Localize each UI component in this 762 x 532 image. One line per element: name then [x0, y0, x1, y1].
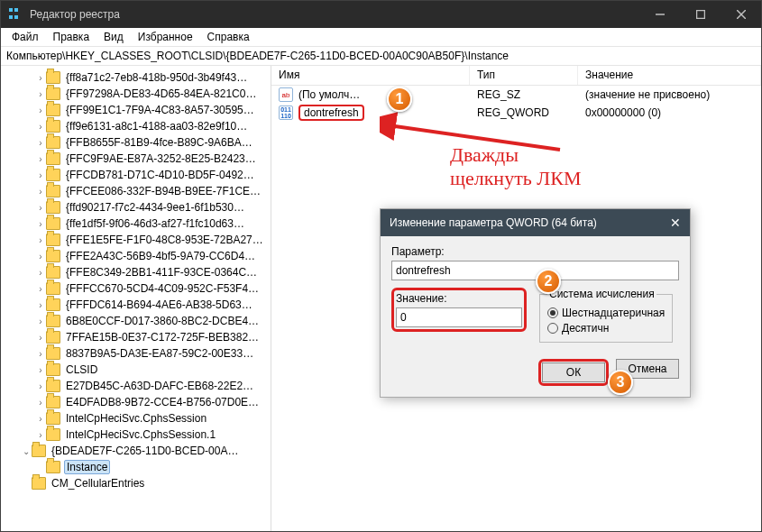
tree-item[interactable]: ›{FFE1E5FE-F1F0-48C8-953E-72BA27… [1, 232, 271, 248]
binary-icon: 011110 [279, 105, 293, 120]
tree-item[interactable]: ›IntelCpHeciSvc.CphsSession [1, 410, 271, 427]
folder-icon [46, 250, 60, 262]
expand-icon[interactable]: › [35, 333, 46, 343]
tree-item[interactable]: ›{FFFCC670-5CD4-4C09-952C-F53F4… [1, 280, 271, 297]
expand-icon[interactable]: › [35, 73, 46, 83]
expand-icon[interactable]: › [35, 187, 46, 197]
close-button[interactable] [721, 1, 761, 28]
tree-item[interactable]: ›{FFCEE086-332F-B94B-B9EE-7F1CE… [1, 183, 271, 199]
expand-icon[interactable]: › [35, 105, 46, 115]
expand-icon[interactable]: ⌄ [21, 446, 32, 456]
radio-hex[interactable]: Шестнадцатеричная [547, 307, 665, 319]
address-bar[interactable]: Компьютер\HKEY_CLASSES_ROOT\CLSID\{BDEAD… [1, 46, 761, 66]
expand-icon[interactable]: › [35, 316, 46, 326]
expand-icon[interactable]: › [35, 89, 46, 99]
radio-dec[interactable]: Десятичн [547, 322, 665, 335]
expand-icon[interactable]: › [35, 349, 46, 359]
string-icon: ab [279, 87, 293, 102]
expand-icon[interactable]: › [35, 170, 46, 180]
tree-item-label: 8837B9A5-DA3E-EA87-59C2-00E33… [64, 347, 255, 360]
tree-item[interactable]: ›{FFB8655F-81B9-4fce-B89C-9A6BA… [1, 134, 271, 151]
param-label: Параметр: [391, 245, 679, 258]
folder-icon [46, 412, 60, 425]
tree-item-label: Instance [64, 460, 110, 474]
tree-item-label: {ffd90217-f7c2-4434-9ee1-6f1b530… [64, 201, 246, 214]
expand-icon[interactable]: › [35, 235, 46, 245]
expand-icon[interactable]: › [35, 430, 46, 440]
value-data: (значение не присвоено) [578, 88, 761, 101]
folder-icon [46, 380, 60, 392]
folder-icon [46, 428, 60, 441]
minimize-button[interactable] [639, 1, 680, 28]
expand-icon[interactable]: › [35, 219, 46, 229]
expand-icon[interactable]: › [35, 154, 46, 164]
menu-help[interactable]: Справка [200, 31, 257, 43]
menu-file[interactable]: Файл [5, 31, 46, 43]
svg-rect-1 [696, 11, 704, 19]
tree-item[interactable]: ›{FFC9F9AE-E87A-3252-8E25-B2423… [1, 151, 271, 167]
ok-button[interactable]: ОК [542, 362, 605, 382]
col-type[interactable]: Тип [470, 66, 578, 85]
dialog-close-icon[interactable]: ✕ [670, 216, 681, 230]
value-type: REG_SZ [470, 88, 578, 101]
arrow-icon [380, 109, 569, 163]
expand-icon[interactable]: › [35, 252, 46, 261]
list-header: Имя Тип Значение [271, 66, 761, 86]
expand-icon[interactable]: › [35, 398, 46, 408]
tree-item[interactable]: ›{FF97298A-DE83-4D65-84EA-821C0… [1, 86, 271, 102]
tree-item[interactable]: ›{ffe1df5f-9f06-46d3-af27-f1fc10d63… [1, 216, 271, 232]
expand-icon[interactable]: › [35, 122, 46, 132]
folder-icon [46, 217, 60, 230]
tree-item[interactable]: Instance [1, 459, 271, 475]
folder-icon [46, 152, 60, 165]
expand-icon[interactable]: › [35, 414, 46, 424]
folder-icon [46, 87, 60, 100]
menu-edit[interactable]: Правка [46, 31, 97, 43]
radio-icon [547, 323, 558, 334]
tree-item[interactable]: ›7FFAE15B-0E37-C172-725F-BEB382… [1, 329, 271, 345]
tree-item[interactable]: ›{FF99E1C1-7F9A-4C83-8A57-30595… [1, 102, 271, 118]
tree-item-label: {FFE2A43C-56B9-4bf5-9A79-CC6D4… [64, 250, 257, 262]
tree-item[interactable]: ›{ffd90217-f7c2-4434-9ee1-6f1b530… [1, 199, 271, 216]
tree-item[interactable]: ›E4DFADB8-9B72-CCE4-B756-07D0E… [1, 394, 271, 410]
folder-icon [46, 282, 60, 295]
expand-icon[interactable]: › [35, 381, 46, 391]
value-name: (По умолч… [298, 88, 360, 101]
expand-icon[interactable]: › [35, 203, 46, 213]
expand-icon[interactable]: › [35, 284, 46, 294]
menu-view[interactable]: Вид [96, 31, 131, 43]
tree-item-label: E4DFADB8-9B72-CCE4-B756-07D0E… [64, 396, 261, 408]
tree-item[interactable]: ›{FFCDB781-D71C-4D10-BD5F-0492… [1, 167, 271, 183]
key-tree[interactable]: ›{ff8a71c2-7eb8-418b-950d-3b49f43…›{FF97… [1, 66, 271, 531]
folder-icon [46, 461, 60, 473]
tree-item[interactable]: CM_CellularEntries [1, 475, 271, 491]
tree-item[interactable]: ›{FFFDC614-B694-4AE6-AB38-5D63… [1, 297, 271, 313]
folder-icon [46, 331, 60, 344]
tree-item[interactable]: ›{FFE8C349-2BB1-411F-93CE-0364C… [1, 264, 271, 280]
tree-item[interactable]: ›{ff8a71c2-7eb8-418b-950d-3b49f43… [1, 69, 271, 86]
tree-item[interactable]: ›{ff9e6131-a8c1-4188-aa03-82e9f10… [1, 118, 271, 134]
tree-item-label: {FFB8655F-81B9-4fce-B89C-9A6BA… [64, 136, 254, 149]
value-input[interactable] [396, 307, 522, 327]
expand-icon[interactable]: › [35, 300, 46, 310]
svg-line-5 [389, 125, 560, 150]
expand-icon[interactable]: › [35, 365, 46, 375]
value-row[interactable]: ab(По умолч…REG_SZ(значение не присвоено… [271, 86, 761, 104]
tree-item[interactable]: ›IntelCpHeciSvc.CphsSession.1 [1, 427, 271, 443]
tree-item[interactable]: ⌄{BDEADE7F-C265-11D0-BCED-00A… [1, 443, 271, 459]
col-name[interactable]: Имя [271, 66, 470, 85]
folder-icon [46, 120, 60, 133]
tree-item[interactable]: ›CLSID [1, 362, 271, 378]
menu-favorites[interactable]: Избранное [131, 31, 200, 43]
tree-item[interactable]: ›8837B9A5-DA3E-EA87-59C2-00E33… [1, 345, 271, 362]
value-name: dontrefresh [298, 105, 364, 121]
tree-item[interactable]: ›E27DB45C-A63D-DAFC-EB68-22E2… [1, 378, 271, 394]
address-text: Компьютер\HKEY_CLASSES_ROOT\CLSID\{BDEAD… [6, 50, 509, 62]
expand-icon[interactable]: › [35, 138, 46, 148]
maximize-button[interactable] [680, 1, 721, 28]
tree-item[interactable]: ›{FFE2A43C-56B9-4bf5-9A79-CC6D4… [1, 248, 271, 264]
col-value[interactable]: Значение [578, 66, 761, 85]
folder-icon [32, 445, 46, 457]
tree-item[interactable]: ›6B8E0CCF-D017-3860-8BC2-DCBE4… [1, 313, 271, 329]
expand-icon[interactable]: › [35, 268, 46, 278]
